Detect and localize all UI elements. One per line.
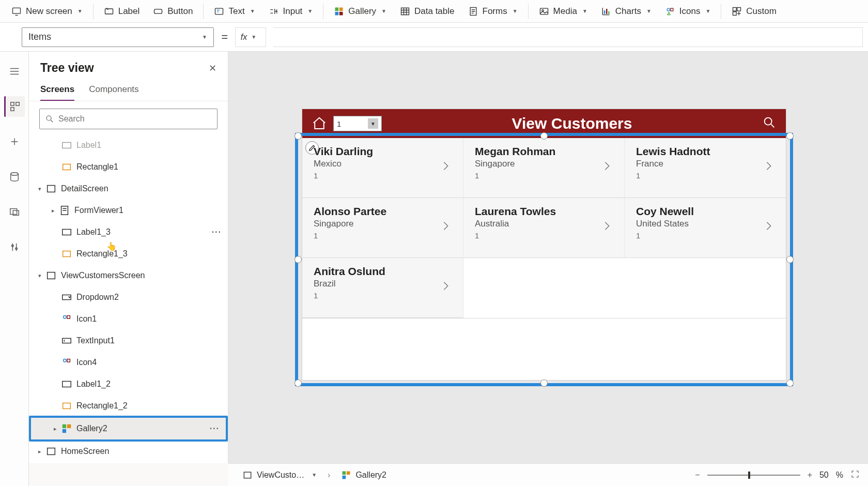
input-label: Input [283,6,303,17]
resize-handle[interactable] [786,379,794,387]
chevron-right-icon[interactable] [440,279,452,295]
gallery-button[interactable]: Gallery ▼ [328,3,393,20]
more-icon[interactable]: ··· [212,227,222,237]
text-button[interactable]: Text ▼ [208,3,261,20]
chevron-right-icon[interactable] [440,219,452,235]
search-icon[interactable] [762,115,777,132]
formula-input[interactable] [273,27,863,47]
tree-item-textinput1[interactable]: TextInput1 [29,330,228,352]
customer-cell[interactable]: Alonso ParteeSingapore1 [302,198,463,258]
media-button[interactable]: Media ▼ [533,3,594,20]
resize-handle[interactable] [295,379,302,387]
svg-rect-44 [63,403,71,409]
chevron-right-icon[interactable] [601,219,613,235]
customer-name: Megan Rohman [475,145,613,158]
insert-button[interactable] [4,131,25,152]
datatable-icon [400,6,410,17]
customer-country: United States [636,219,774,229]
filter-dropdown[interactable]: 1 ▼ [333,116,382,131]
chevron-right-icon[interactable] [601,159,613,175]
tree-item-icon4[interactable]: Icon4 [29,352,228,373]
customer-cell[interactable]: Coy NewellUnited States1 [625,198,786,258]
tree-item-rectangle1-3[interactable]: Rectangle1_3 [29,243,228,265]
new-screen-button[interactable]: New screen ▼ [5,3,89,20]
data-button[interactable] [4,166,25,187]
fx-button[interactable]: fx ▼ [235,27,266,47]
gallery-control[interactable]: Viki DarlingMexico1Megan RohmanSingapore… [302,138,786,380]
canvas[interactable]: 1 ▼ View Customers Viki DarlingMexico1Me… [228,52,868,463]
forms-button[interactable]: Forms ▼ [462,3,524,20]
empty-cell [625,258,786,318]
chevron-right-icon[interactable] [763,219,774,235]
customer-cell[interactable]: Laurena TowlesAustralia1 [463,198,625,258]
label-button[interactable]: Label [98,3,146,20]
hamburger-button[interactable] [4,61,25,82]
resize-handle[interactable] [786,256,794,263]
datatable-button[interactable]: Data table [394,3,461,20]
tree-item-label1-3[interactable]: Label1_3 ··· 👆 [29,221,228,243]
close-icon[interactable]: ✕ [209,63,216,74]
chevron-down-icon[interactable]: ▾ [34,186,45,192]
chevron-down-icon: ▼ [705,8,710,14]
chevron-right-icon[interactable]: ▸ [50,426,61,432]
tree-item-icon1[interactable]: Icon1 [29,308,228,330]
search-input[interactable] [58,114,212,124]
icons-button[interactable]: Icons ▼ [659,3,717,20]
tree-item-homescreen[interactable]: ▸ HomeScreen [29,441,228,462]
tree-item-detailscreen[interactable]: ▾ DetailScreen [29,178,228,200]
tree-item-viewcustomersscreen[interactable]: ▾ ViewCustomersScreen [29,265,228,286]
icons-label: Icons [679,6,701,17]
tree-item-gallery2[interactable]: ▸ Gallery2 ··· [31,418,226,439]
zoom-in-button[interactable]: + [808,470,812,480]
dropdown-value: 1 [337,119,341,128]
button-text: Button [167,6,193,17]
button-button[interactable]: Button [147,3,199,20]
tree-item-label: Label1 [76,141,101,150]
svg-rect-14 [606,9,608,14]
more-icon[interactable]: ··· [210,424,220,433]
customer-cell[interactable]: Lewis HadnottFrance1 [625,138,786,198]
fit-to-window-button[interactable] [850,469,860,481]
customer-cell[interactable]: Megan RohmanSingapore1 [463,138,625,198]
chevron-right-icon[interactable] [763,159,774,175]
custom-button[interactable]: Custom [725,3,783,20]
breadcrumb-control[interactable]: Gallery2 [335,467,392,483]
resize-handle[interactable] [295,256,302,263]
tree-view-button[interactable] [4,96,25,117]
chevron-down-icon: ▼ [312,472,317,478]
chevron-right-icon[interactable]: ▸ [48,207,59,214]
rectangle-icon [61,400,72,412]
chevron-down-icon: ▼ [513,8,518,14]
screen-title: View Customers [382,115,762,132]
advanced-tools-button[interactable] [4,237,25,257]
chevron-right-icon[interactable]: ▸ [34,448,45,455]
resize-handle[interactable] [540,379,548,387]
tree-item-label1-2[interactable]: Label1_2 [29,373,228,395]
tab-components[interactable]: Components [89,81,138,101]
tree-item-rectangle1[interactable]: Rectangle1 [29,156,228,178]
customer-cell[interactable]: Anitra OslundBrazil1 [302,258,463,318]
tree-search[interactable] [39,109,218,129]
property-selector[interactable]: Items ▼ [22,27,214,47]
tree-item-dropdown2[interactable]: Dropdown2 [29,286,228,308]
breadcrumb-screen[interactable]: ViewCusto… ▼ [237,467,322,483]
customer-cell[interactable]: Viki DarlingMexico1 [302,138,463,198]
media-rail-button[interactable] [4,202,25,222]
tree-item-label1[interactable]: Label1 [29,134,228,156]
dropdown-icon [61,292,72,303]
home-icon[interactable] [312,116,327,131]
tree-item-rectangle1-2[interactable]: Rectangle1_2 [29,395,228,417]
charts-button[interactable]: Charts ▼ [595,3,658,20]
zoom-out-button[interactable]: − [695,470,700,480]
tab-screens[interactable]: Screens [40,81,74,101]
chevron-down-icon[interactable]: ▾ [34,272,45,279]
zoom-slider[interactable] [707,475,800,476]
chevron-right-icon[interactable] [440,159,452,175]
svg-rect-0 [13,8,21,13]
resize-handle[interactable] [786,132,794,140]
input-button[interactable]: Input ▼ [262,3,319,20]
resize-handle[interactable] [295,132,302,140]
tree-item-documentation[interactable]: ▸ Documentation [29,462,228,463]
tree-item-formviewer1[interactable]: ▸ FormViewer1 [29,200,228,221]
text-icon [214,6,224,17]
